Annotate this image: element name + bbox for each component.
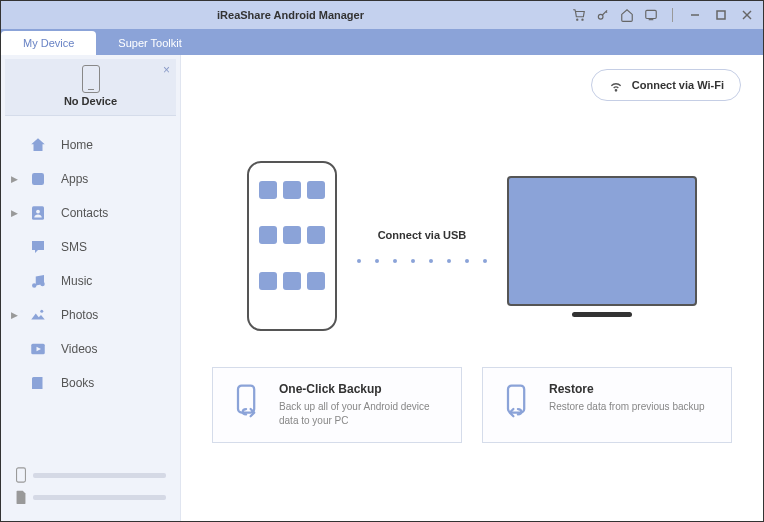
chevron-right-icon: ▶ bbox=[11, 174, 18, 184]
svg-rect-3 bbox=[646, 10, 657, 18]
sms-icon bbox=[29, 238, 47, 256]
connect-middle: Connect via USB bbox=[357, 229, 487, 263]
nav-home[interactable]: Home bbox=[1, 128, 180, 162]
cart-icon[interactable] bbox=[572, 8, 586, 22]
nav-label: Books bbox=[61, 376, 94, 390]
books-icon bbox=[29, 374, 47, 392]
svg-rect-15 bbox=[17, 468, 26, 482]
svg-point-16 bbox=[615, 90, 616, 91]
tab-my-device[interactable]: My Device bbox=[1, 31, 96, 55]
svg-point-1 bbox=[582, 19, 583, 20]
one-click-backup-card[interactable]: One-Click Backup Back up all of your And… bbox=[212, 367, 462, 443]
connect-illustration: Connect via USB bbox=[203, 161, 741, 331]
connection-dots bbox=[357, 259, 487, 263]
backup-icon bbox=[229, 382, 265, 418]
backup-title: One-Click Backup bbox=[279, 382, 445, 396]
minimize-button[interactable] bbox=[687, 7, 703, 23]
svg-point-12 bbox=[40, 282, 45, 287]
wifi-button-label: Connect via Wi-Fi bbox=[632, 79, 724, 91]
nav-books[interactable]: Books bbox=[1, 366, 180, 400]
restore-title: Restore bbox=[549, 382, 705, 396]
action-cards: One-Click Backup Back up all of your And… bbox=[203, 367, 741, 443]
nav-sms[interactable]: SMS bbox=[1, 230, 180, 264]
key-icon[interactable] bbox=[596, 8, 610, 22]
nav-label: Apps bbox=[61, 172, 88, 186]
nav-label: SMS bbox=[61, 240, 87, 254]
monitor-illustration bbox=[507, 176, 697, 317]
svg-point-2 bbox=[598, 14, 603, 19]
svg-point-11 bbox=[32, 283, 37, 288]
storage-indicator bbox=[1, 457, 180, 521]
sd-storage-icon bbox=[15, 489, 27, 505]
home-icon bbox=[29, 136, 47, 154]
nav-photos[interactable]: ▶ Photos bbox=[1, 298, 180, 332]
device-selector[interactable]: × No Device bbox=[5, 59, 176, 116]
titlebar-actions bbox=[572, 7, 755, 23]
nav-label: Home bbox=[61, 138, 93, 152]
svg-point-10 bbox=[36, 210, 40, 214]
nav-music[interactable]: Music bbox=[1, 264, 180, 298]
contacts-icon bbox=[29, 204, 47, 222]
main-panel: Connect via Wi-Fi Connect via USB bbox=[181, 55, 763, 521]
storage-phone bbox=[15, 467, 166, 483]
chevron-right-icon: ▶ bbox=[11, 208, 18, 218]
restore-desc: Restore data from previous backup bbox=[549, 400, 705, 414]
device-label: No Device bbox=[15, 95, 166, 107]
photos-icon bbox=[29, 306, 47, 324]
wifi-icon bbox=[608, 77, 624, 93]
card-text: Restore Restore data from previous backu… bbox=[549, 382, 705, 428]
videos-icon bbox=[29, 340, 47, 358]
maximize-button[interactable] bbox=[713, 7, 729, 23]
connect-via-usb-label: Connect via USB bbox=[357, 229, 487, 241]
separator bbox=[672, 8, 673, 22]
phone-storage-icon bbox=[15, 467, 27, 483]
app-title: iReaShare Android Manager bbox=[9, 9, 572, 21]
phone-icon bbox=[82, 65, 100, 93]
close-button[interactable] bbox=[739, 7, 755, 23]
tab-super-toolkit[interactable]: Super Toolkit bbox=[96, 31, 203, 55]
svg-rect-5 bbox=[717, 11, 725, 19]
nav: Home ▶ Apps ▶ Contacts SMS Music ▶ bbox=[1, 124, 180, 457]
card-text: One-Click Backup Back up all of your And… bbox=[279, 382, 445, 428]
chevron-right-icon: ▶ bbox=[11, 310, 18, 320]
music-icon bbox=[29, 272, 47, 290]
apps-icon bbox=[29, 170, 47, 188]
storage-bar bbox=[33, 473, 166, 478]
close-icon[interactable]: × bbox=[163, 63, 170, 77]
nav-label: Videos bbox=[61, 342, 97, 356]
storage-bar bbox=[33, 495, 166, 500]
svg-point-13 bbox=[40, 310, 43, 313]
nav-label: Contacts bbox=[61, 206, 108, 220]
nav-apps[interactable]: ▶ Apps bbox=[1, 162, 180, 196]
phone-illustration bbox=[247, 161, 337, 331]
restore-card[interactable]: Restore Restore data from previous backu… bbox=[482, 367, 732, 443]
nav-label: Photos bbox=[61, 308, 98, 322]
restore-icon bbox=[499, 382, 535, 418]
nav-videos[interactable]: Videos bbox=[1, 332, 180, 366]
svg-rect-18 bbox=[508, 386, 524, 413]
svg-point-0 bbox=[577, 19, 578, 20]
home-icon[interactable] bbox=[620, 8, 634, 22]
connect-wifi-button[interactable]: Connect via Wi-Fi bbox=[591, 69, 741, 101]
feedback-icon[interactable] bbox=[644, 8, 658, 22]
titlebar: iReaShare Android Manager bbox=[1, 1, 763, 29]
svg-rect-8 bbox=[32, 173, 44, 185]
sidebar: × No Device Home ▶ Apps ▶ Contacts SMS bbox=[1, 55, 181, 521]
storage-sd bbox=[15, 489, 166, 505]
nav-contacts[interactable]: ▶ Contacts bbox=[1, 196, 180, 230]
nav-label: Music bbox=[61, 274, 92, 288]
tabbar: My Device Super Toolkit bbox=[1, 29, 763, 55]
backup-desc: Back up all of your Android device data … bbox=[279, 400, 445, 428]
content: × No Device Home ▶ Apps ▶ Contacts SMS bbox=[1, 55, 763, 521]
